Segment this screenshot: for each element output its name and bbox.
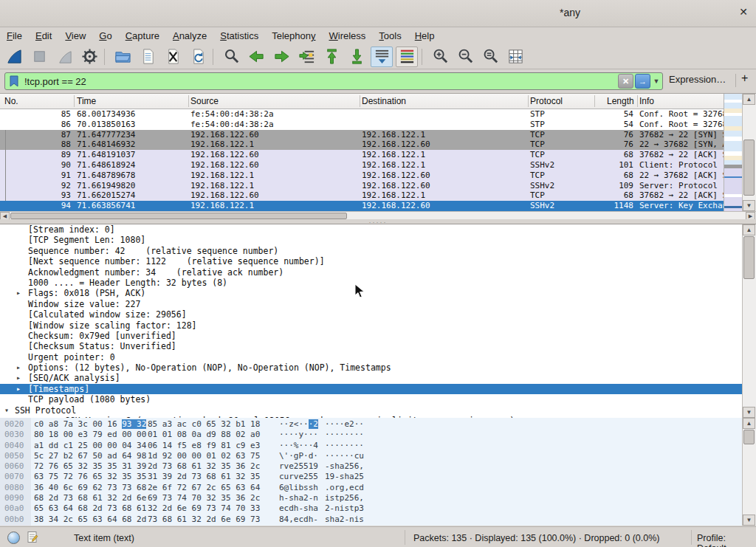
column-header-no[interactable]: No. xyxy=(4,96,18,106)
scrollbar-thumb[interactable] xyxy=(743,236,755,279)
packet-row-86[interactable]: 8670.013850163fe:54:00:d4:38:2aSTP54Conf… xyxy=(0,120,724,130)
colorize-icon[interactable] xyxy=(396,47,418,67)
resize-columns-icon[interactable] xyxy=(504,47,526,67)
menu-item-file[interactable]: File xyxy=(0,29,29,43)
go-last-icon[interactable] xyxy=(346,47,368,67)
detail-row-11[interactable]: [Checksum Status: Unverified] xyxy=(0,341,756,351)
collapse-arrow-icon[interactable]: ▾ xyxy=(4,405,9,416)
hex-row-00b0[interactable]: 00b038 34 2c 65 63 64 68 2d73 68 61 32 2… xyxy=(0,515,742,525)
scroll-down-icon[interactable]: ▼ xyxy=(743,200,755,211)
column-divider[interactable] xyxy=(74,95,75,107)
stop-capture-icon[interactable] xyxy=(28,47,50,67)
column-header-length[interactable]: Length xyxy=(607,96,634,106)
menu-item-statistics[interactable]: Statistics xyxy=(213,29,265,43)
menu-item-view[interactable]: View xyxy=(58,29,92,43)
scroll-down-icon[interactable]: ▼ xyxy=(743,407,755,418)
hex-row-00a0[interactable]: 00a065 63 64 68 2d 73 68 6132 2d 6e 69 7… xyxy=(0,503,742,514)
zoom-out-icon[interactable] xyxy=(454,47,476,67)
menu-item-telephony[interactable]: Telephony xyxy=(265,29,322,43)
detail-row-5[interactable]: 1000 .... = Header Length: 32 bytes (8) xyxy=(0,278,756,288)
hex-row-0090[interactable]: 009068 2d 73 68 61 32 2d 6e69 73 74 70 3… xyxy=(0,493,742,503)
column-header-info[interactable]: Info xyxy=(639,96,654,106)
expand-arrow-icon[interactable]: ▸ xyxy=(16,384,21,394)
detail-row-17[interactable]: ▾SSH Protocol xyxy=(0,405,756,416)
go-first-icon[interactable] xyxy=(320,47,343,67)
detail-row-12[interactable]: Urgent pointer: 0 xyxy=(0,352,756,362)
menu-item-go[interactable]: Go xyxy=(92,29,118,43)
packet-row-92[interactable]: 9271.661949820192.168.122.1192.168.122.6… xyxy=(0,181,724,191)
add-filter-button[interactable]: + xyxy=(741,72,748,85)
scroll-up-icon[interactable]: ▲ xyxy=(743,94,755,105)
close-window-icon[interactable]: ✕ xyxy=(739,6,748,18)
detail-row-15[interactable]: ▸[Timestamps] xyxy=(0,384,756,394)
column-header-protocol[interactable]: Protocol xyxy=(530,96,563,106)
detail-row-7[interactable]: Window size value: 227 xyxy=(0,299,756,309)
scrollbar-thumb[interactable] xyxy=(743,140,755,196)
detail-row-16[interactable]: TCP payload (1080 bytes) xyxy=(0,394,756,405)
filter-apply-button[interactable]: → xyxy=(635,74,650,89)
column-divider[interactable] xyxy=(188,95,189,107)
capture-options-icon[interactable] xyxy=(78,47,100,67)
column-header-source[interactable]: Source xyxy=(190,96,219,106)
column-divider[interactable] xyxy=(637,95,638,107)
packet-list-vscrollbar[interactable]: ▲ ▼ xyxy=(742,94,756,211)
packet-row-87[interactable]: 8771.647777234192.168.122.60192.168.122.… xyxy=(0,130,724,140)
expand-arrow-icon[interactable]: ▸ xyxy=(16,288,21,298)
column-header-destination[interactable]: Destination xyxy=(362,96,406,106)
scroll-up-icon[interactable]: ▲ xyxy=(743,418,755,429)
hex-row-0050[interactable]: 00505c 27 b2 67 50 ad 64 981d 92 00 00 0… xyxy=(0,451,742,461)
zoom-in-icon[interactable] xyxy=(429,47,451,67)
hex-row-0040[interactable]: 0040a1 dd c1 25 00 00 04 3406 14 f5 e8 f… xyxy=(0,441,742,451)
hex-row-0070[interactable]: 007063 75 72 76 65 32 35 3531 39 2d 73 6… xyxy=(0,472,742,482)
filter-dropdown-icon[interactable]: ▼ xyxy=(652,75,661,88)
restart-capture-icon[interactable] xyxy=(53,47,75,67)
detail-row-6[interactable]: ▸Flags: 0x018 (PSH, ACK) xyxy=(0,288,756,298)
auto-scroll-icon[interactable] xyxy=(371,47,393,67)
menu-item-tools[interactable]: Tools xyxy=(372,29,408,43)
filter-clear-button[interactable]: ✕ xyxy=(618,74,633,89)
column-divider[interactable] xyxy=(528,95,529,107)
details-vscrollbar[interactable]: ▲ ▼ xyxy=(742,224,756,418)
capture-comment-icon[interactable] xyxy=(27,531,38,543)
go-back-icon[interactable] xyxy=(245,47,267,67)
packet-row-94[interactable]: 9471.663856741192.168.122.1192.168.122.6… xyxy=(0,201,724,211)
detail-row-8[interactable]: [Calculated window size: 29056] xyxy=(0,309,756,320)
packet-row-93[interactable]: 9371.662015274192.168.122.60192.168.122.… xyxy=(0,190,724,201)
reload-file-icon[interactable] xyxy=(187,47,209,67)
go-to-packet-icon[interactable] xyxy=(295,47,317,67)
column-divider[interactable] xyxy=(360,95,360,107)
scroll-down-icon[interactable]: ▼ xyxy=(743,515,755,526)
open-file-icon[interactable] xyxy=(111,47,134,67)
scrollbar-thumb[interactable] xyxy=(743,430,755,444)
go-forward-icon[interactable] xyxy=(270,47,292,67)
hex-row-0080[interactable]: 008036 40 6c 69 62 73 73 682e 6f 72 67 2… xyxy=(0,483,742,493)
column-divider[interactable] xyxy=(594,95,595,107)
zoom-original-icon[interactable] xyxy=(479,47,501,67)
detail-row-4[interactable]: Acknowledgment number: 34 (relative ack … xyxy=(0,267,756,278)
detail-row-10[interactable]: Checksum: 0x79ed [unverified] xyxy=(0,331,756,341)
hex-vscrollbar[interactable]: ▲ ▼ xyxy=(742,418,756,526)
expand-arrow-icon[interactable]: ▸ xyxy=(16,373,21,383)
close-file-icon[interactable] xyxy=(162,47,184,67)
column-header-time[interactable]: Time xyxy=(77,96,96,106)
filter-bookmark-icon[interactable] xyxy=(8,75,20,87)
hex-row-0060[interactable]: 006072 76 65 32 35 35 31 392d 73 68 61 3… xyxy=(0,461,742,472)
detail-row-13[interactable]: ▸Options: (12 bytes), No-Operation (NOP)… xyxy=(0,362,756,373)
save-file-icon[interactable] xyxy=(137,47,159,67)
expression-button[interactable]: Expression… xyxy=(669,74,726,85)
expand-arrow-icon[interactable]: ▸ xyxy=(16,362,21,373)
display-filter-input[interactable] xyxy=(20,75,618,88)
packet-row-91[interactable]: 9171.648789678192.168.122.1192.168.122.6… xyxy=(0,171,724,181)
hex-row-0020[interactable]: 0020c0 a8 7a 3c 00 16 93 3285 a3 ac c0 6… xyxy=(0,419,742,430)
packet-row-89[interactable]: 8971.648191037192.168.122.60192.168.122.… xyxy=(0,150,724,160)
scrollbar-thumb[interactable] xyxy=(10,213,347,219)
hex-row-0030[interactable]: 003080 18 00 e3 79 ed 00 0001 01 08 0a d… xyxy=(0,430,742,440)
detail-row-3[interactable]: [Next sequence number: 1122 (relative se… xyxy=(0,256,756,266)
menu-item-capture[interactable]: Capture xyxy=(119,29,166,43)
expert-info-icon[interactable] xyxy=(7,531,20,544)
find-packet-icon[interactable] xyxy=(220,47,242,67)
packet-row-90[interactable]: 9071.648618924192.168.122.60192.168.122.… xyxy=(0,160,724,171)
status-profile[interactable]: Profile: Default xyxy=(697,533,756,547)
scroll-up-icon[interactable]: ▲ xyxy=(743,224,755,235)
detail-row-2[interactable]: Sequence number: 42 (relative sequence n… xyxy=(0,246,756,256)
